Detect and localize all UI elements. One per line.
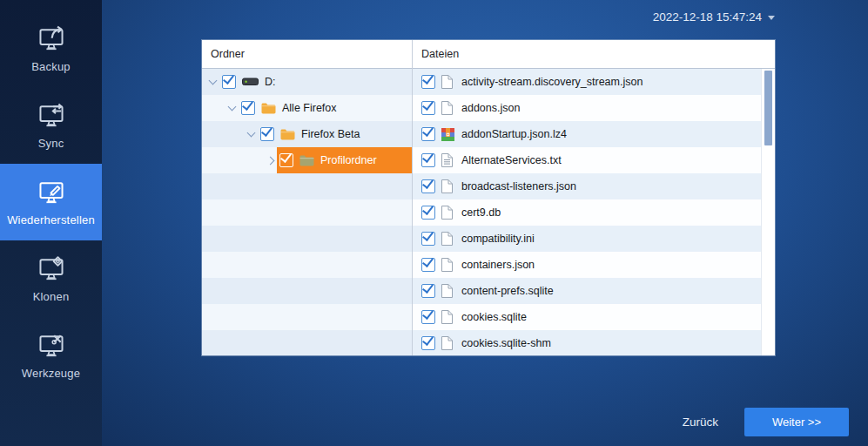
monitor-clone-icon: [37, 254, 65, 282]
file-row-cookies-sqlite[interactable]: cookies.sqlite: [413, 304, 775, 330]
file-icon: [441, 101, 454, 115]
tree-node-label: Alle Firefox: [282, 102, 337, 114]
chevron-right-icon[interactable]: [265, 154, 277, 166]
sidebar-item-backup[interactable]: Backup: [0, 10, 102, 87]
sidebar-item-label: Werkzeuge: [22, 367, 80, 380]
file-list: activity-stream.discovery_stream.jsonadd…: [413, 69, 775, 355]
monitor-tools-icon: [37, 331, 65, 359]
chevron-down-icon[interactable]: [246, 128, 258, 140]
tree-empty-row: [202, 304, 412, 330]
file-row-compatibility-ini[interactable]: compatibility.ini: [413, 226, 775, 252]
file-name: cookies.sqlite: [461, 311, 527, 323]
file-name: compatibility.ini: [461, 233, 535, 245]
file-icon: [441, 232, 454, 246]
tree-empty-row: [202, 252, 412, 278]
file-row-alternateservices-txt[interactable]: AlternateServices.txt: [413, 147, 775, 173]
folder-icon: [299, 155, 314, 166]
file-icon: [441, 206, 454, 220]
next-button[interactable]: Weiter >>: [744, 408, 849, 436]
checkbox[interactable]: [260, 127, 274, 141]
file-name: AlternateServices.txt: [461, 154, 562, 166]
checkbox[interactable]: [421, 206, 435, 220]
tree-row-d[interactable]: D:: [202, 69, 412, 95]
file-name: content-prefs.sqlite: [461, 285, 554, 297]
file-row-addonstartup-json-lz4[interactable]: addonStartup.json.lz4: [413, 121, 775, 147]
tree-empty-row: [202, 199, 412, 226]
folders-column-header: Ordner: [202, 40, 412, 69]
mosaic-icon: [441, 128, 454, 141]
scrollbar-track[interactable]: [761, 69, 775, 355]
file-name: cert9.db: [461, 206, 501, 219]
tree-empty-row: [202, 278, 412, 304]
file-icon: [441, 179, 454, 193]
file-icon: [441, 284, 454, 298]
file-explorer-panel: Ordner D:Alle FirefoxFirefox BetaProfilo…: [202, 40, 775, 355]
file-row-addons-json[interactable]: addons.json: [413, 95, 775, 121]
tree-node[interactable]: Profilordner: [277, 147, 412, 173]
tree-node-label: D:: [265, 76, 276, 88]
tree-node-label: Profilordner: [320, 154, 377, 166]
tree-empty-row: [202, 226, 412, 252]
chevron-down-icon[interactable]: [207, 76, 219, 88]
checkbox[interactable]: [279, 153, 293, 167]
tree-node[interactable]: D:: [219, 69, 412, 95]
checkbox[interactable]: [421, 127, 435, 141]
checkbox[interactable]: [421, 179, 435, 193]
tree-row-profilordner[interactable]: Profilordner: [202, 147, 412, 173]
checkbox[interactable]: [222, 75, 236, 89]
folders-column: Ordner D:Alle FirefoxFirefox BetaProfilo…: [202, 40, 413, 355]
tree-row-firefox-beta[interactable]: Firefox Beta: [202, 121, 412, 147]
file-name: broadcast-listeners.json: [461, 180, 576, 193]
checkbox[interactable]: [421, 101, 435, 115]
file-row-content-prefs-sqlite[interactable]: content-prefs.sqlite: [413, 278, 775, 304]
backup-timestamp-dropdown[interactable]: 2022-12-18 15:47:24: [653, 10, 775, 24]
sidebar-item-wiederherstellen[interactable]: Wiederherstellen: [0, 164, 102, 240]
chevron-down-icon[interactable]: [226, 102, 239, 114]
tree-node-label: Firefox Beta: [301, 128, 360, 140]
checkbox[interactable]: [421, 75, 435, 89]
checkbox[interactable]: [421, 310, 435, 324]
folder-icon: [280, 129, 295, 140]
tree-empty-row: [202, 330, 412, 355]
checkbox[interactable]: [421, 284, 435, 298]
checkbox[interactable]: [421, 336, 435, 350]
monitor-restore-icon: [37, 178, 65, 206]
file-row-broadcast-listeners-json[interactable]: broadcast-listeners.json: [413, 173, 775, 199]
tree-row-alle-firefox[interactable]: Alle Firefox: [202, 95, 412, 121]
wizard-actions: Zurück Weiter >>: [674, 408, 849, 436]
checkbox[interactable]: [421, 232, 435, 246]
folder-icon: [261, 103, 276, 114]
file-row-containers-json[interactable]: containers.json: [413, 252, 775, 278]
sidebar-item-werkzeuge[interactable]: Werkzeuge: [0, 317, 102, 394]
file-row-cookies-sqlite-shm[interactable]: cookies.sqlite-shm: [413, 330, 775, 355]
app-window: BackupSyncWiederherstellenKlonenWerkzeug…: [0, 0, 868, 446]
sidebar-item-label: Backup: [31, 60, 71, 73]
file-icon: [441, 310, 454, 324]
file-name: cookies.sqlite-shm: [461, 337, 551, 349]
checkbox[interactable]: [421, 153, 435, 167]
timestamp-label: 2022-12-18 15:47:24: [653, 10, 762, 24]
chevron-down-icon: [768, 16, 775, 20]
checkbox[interactable]: [241, 101, 255, 115]
tree-node[interactable]: Firefox Beta: [258, 121, 412, 147]
files-column: Dateien activity-stream.discovery_stream…: [413, 40, 775, 355]
file-icon: [441, 258, 454, 272]
scrollbar-thumb[interactable]: [764, 71, 772, 145]
file-name: activity-stream.discovery_stream.json: [461, 76, 643, 88]
checkbox[interactable]: [421, 258, 435, 272]
file-row-activity-stream-discovery-stream-json[interactable]: activity-stream.discovery_stream.json: [413, 69, 775, 95]
file-icon: [441, 75, 454, 89]
tree-empty-row: [202, 173, 412, 199]
tree-node[interactable]: Alle Firefox: [239, 95, 412, 121]
file-name: addonStartup.json.lz4: [461, 128, 567, 140]
back-button[interactable]: Zurück: [674, 410, 727, 434]
sidebar-item-label: Wiederherstellen: [7, 213, 95, 226]
file-name: addons.json: [461, 102, 520, 114]
file-row-cert9-db[interactable]: cert9.db: [413, 199, 775, 226]
sidebar-item-klonen[interactable]: Klonen: [0, 240, 102, 317]
monitor-backup-icon: [37, 24, 65, 52]
sidebar: BackupSyncWiederherstellenKlonenWerkzeug…: [0, 0, 102, 446]
sidebar-item-sync[interactable]: Sync: [0, 87, 102, 164]
text-file-icon: [441, 153, 454, 167]
drive-icon: [242, 77, 259, 87]
